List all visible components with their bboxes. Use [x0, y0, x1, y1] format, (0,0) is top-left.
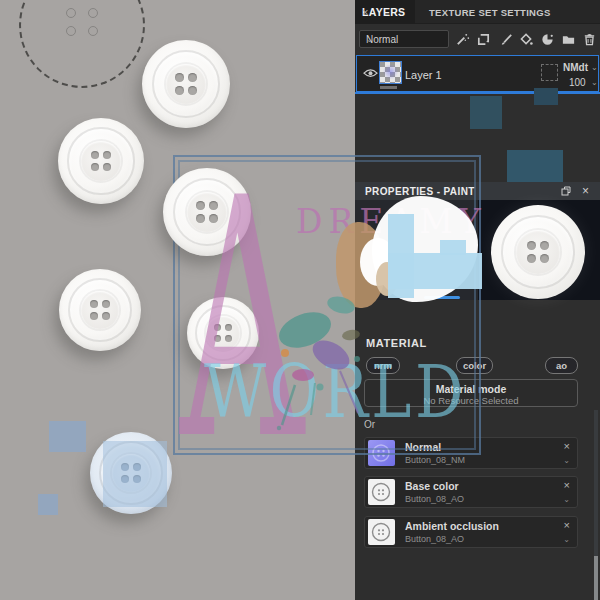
button-texture-thumbnail [368, 519, 395, 545]
material-preview-button [491, 205, 585, 299]
button-outline-holes [66, 8, 100, 38]
material-mode-button[interactable]: Material mode No Resource Selected [364, 379, 578, 407]
chevron-down-icon[interactable]: ⌄ [563, 495, 570, 504]
channel-button-nrm[interactable]: nrm [366, 357, 400, 374]
chevron-down-icon[interactable]: ⌄ [563, 456, 570, 465]
close-icon[interactable]: × [564, 440, 570, 452]
chevron-down-icon[interactable]: ⌄ [563, 535, 570, 544]
slot-resource: Button_08_AO [405, 534, 464, 544]
close-icon[interactable]: × [564, 479, 570, 491]
material-mode-subtitle: No Resource Selected [365, 395, 577, 406]
or-label: Or [364, 419, 375, 430]
panel-divider-accent [355, 92, 600, 94]
scrollbar-thumb[interactable] [594, 556, 598, 600]
overlay-square [534, 88, 558, 105]
brush-icon[interactable] [499, 32, 514, 47]
eye-icon[interactable] [363, 68, 378, 79]
layer-thumbnail[interactable] [379, 61, 402, 84]
magic-wand-icon[interactable] [455, 32, 470, 47]
material-slot-ambient-occlusion[interactable]: Ambient occlusion Button_08_AO × ⌄ [364, 516, 578, 548]
overlay-square [470, 96, 502, 129]
projection-icon[interactable] [476, 32, 491, 47]
chevron-down-icon[interactable]: ⌄ [591, 78, 598, 87]
material-mode-title: Material mode [365, 383, 577, 395]
preview-scroll-indicator[interactable] [424, 296, 460, 299]
tab-close-icon[interactable]: × [362, 6, 368, 18]
chevron-down-icon: ⌄ [366, 35, 373, 44]
channel-button-ao[interactable]: ao [545, 357, 578, 374]
slot-title: Base color [405, 480, 459, 492]
material-slot-basecolor[interactable]: Base color Button_08_AO × ⌄ [364, 476, 578, 508]
layer-channels-badge[interactable]: NMdt [563, 62, 588, 73]
app-window: LAYERS × TEXTURE SET SETTINGS Normal ⌄ L… [0, 0, 600, 600]
slot-title: Ambient occlusion [405, 520, 499, 532]
layers-toolbar: Normal ⌄ [355, 25, 600, 53]
properties-title: PROPERTIES - PAINT [365, 186, 475, 197]
button-3d [187, 297, 259, 369]
viewport-3d[interactable] [0, 0, 355, 600]
overlay-square [103, 441, 167, 507]
overlay-square [49, 421, 86, 452]
folder-icon[interactable] [561, 32, 576, 47]
tab-texture-set-settings[interactable]: TEXTURE SET SETTINGS [421, 0, 559, 24]
right-panel: LAYERS × TEXTURE SET SETTINGS Normal ⌄ L… [355, 0, 600, 600]
layer-name[interactable]: Layer 1 [405, 69, 442, 81]
layer-opacity[interactable]: 100 [569, 77, 586, 88]
tab-layers[interactable]: LAYERS × [355, 0, 415, 24]
channel-button-color[interactable]: color [456, 357, 493, 374]
chevron-down-icon[interactable]: ⌄ [591, 63, 598, 72]
layer-row[interactable]: Layer 1 NMdt ⌄ 100 ⌄ [356, 55, 599, 92]
overlay-square [38, 494, 58, 515]
trash-icon[interactable] [582, 32, 597, 47]
button-3d [163, 168, 251, 256]
slot-resource: Button_08_NM [405, 455, 465, 465]
material-section-label: MATERIAL [366, 337, 427, 349]
button-3d [58, 118, 144, 204]
button-texture-thumbnail [368, 479, 395, 505]
tab-layers-label: LAYERS [362, 6, 405, 18]
or-divider: Or [364, 417, 578, 431]
close-icon[interactable]: × [582, 184, 589, 198]
slot-title: Normal [405, 441, 441, 453]
fill-bucket-icon[interactable] [519, 32, 534, 47]
slot-resource: Button_08_AO [405, 494, 464, 504]
normal-map-thumbnail [368, 440, 395, 466]
layer-thumb-bar [380, 86, 397, 89]
blend-mode-select[interactable]: Normal ⌄ [359, 30, 449, 48]
restore-window-icon[interactable] [561, 186, 571, 196]
button-3d [142, 40, 230, 128]
brush-preview-area[interactable] [355, 200, 478, 300]
properties-subtabs [355, 300, 600, 322]
button-3d [59, 269, 141, 351]
smudge-icon[interactable] [540, 32, 555, 47]
properties-header: PROPERTIES - PAINT × [355, 182, 600, 200]
layer-mask-slot[interactable] [541, 64, 558, 81]
material-slot-normal[interactable]: Normal Button_08_NM × ⌄ [364, 437, 578, 469]
panel-tabbar: LAYERS × TEXTURE SET SETTINGS [355, 0, 600, 24]
close-icon[interactable]: × [564, 519, 570, 531]
